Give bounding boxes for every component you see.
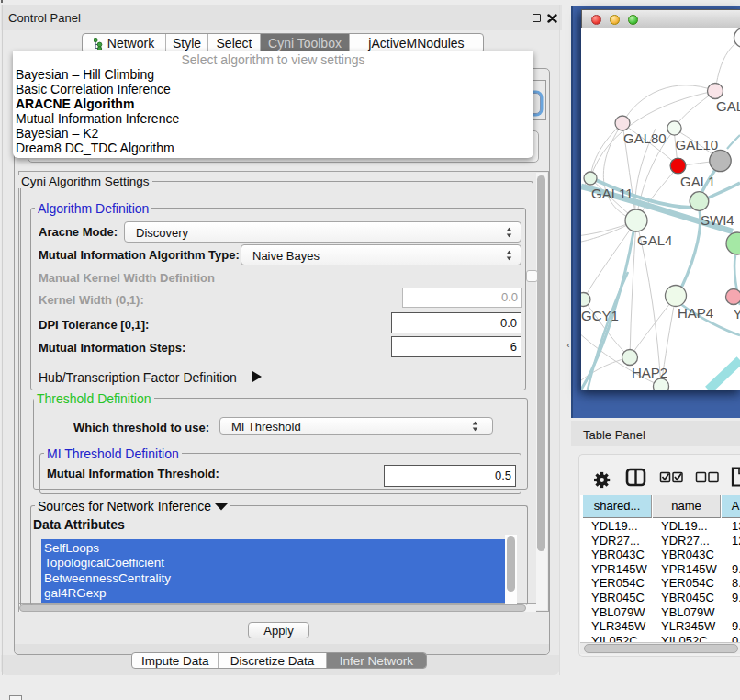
svg-text:GAL11: GAL11	[591, 186, 633, 201]
svg-text:GAL1: GAL1	[680, 174, 715, 189]
svg-text:HAP4: HAP4	[678, 305, 713, 321]
svg-text:Y: Y	[734, 306, 740, 322]
svg-text:HAP2: HAP2	[632, 365, 667, 380]
svg-text:SWI4: SWI4	[701, 212, 734, 228]
svg-text:GAL4: GAL4	[637, 232, 672, 248]
svg-text:GAL80: GAL80	[623, 130, 667, 146]
svg-text:GAL10: GAL10	[676, 137, 719, 152]
svg-text:GAL2: GAL2	[716, 98, 740, 114]
svg-text:GCY1: GCY1	[581, 308, 619, 323]
